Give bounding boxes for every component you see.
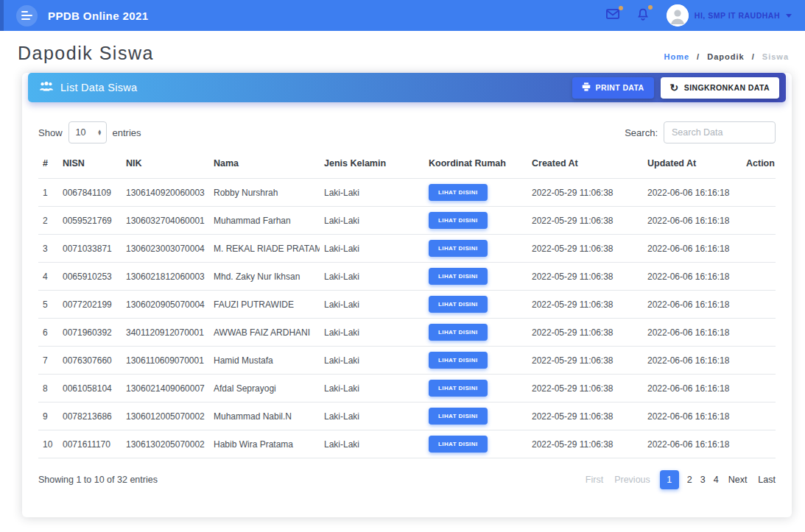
col-updated-at: Updated At [643, 154, 742, 179]
lihat-disini-button[interactable]: LIHAT DISINI [429, 212, 488, 229]
avatar [667, 4, 689, 26]
table-row: 900782136861306012005070002Muhammad Nabi… [38, 402, 776, 430]
lihat-disini-button[interactable]: LIHAT DISINI [429, 380, 488, 397]
table-row: 700763076601306110609070001Hamid Mustafa… [38, 347, 776, 375]
list-data-siswa-card: List Data Siswa PRINT DATA ↻ SINGKRONKAN… [22, 73, 792, 517]
col-jenis-kelamin: Jenis Kelamin [320, 154, 424, 179]
pagination-page-4[interactable]: 4 [714, 475, 719, 485]
lihat-disini-button[interactable]: LIHAT DISINI [429, 352, 488, 369]
lihat-disini-button[interactable]: LIHAT DISINI [429, 268, 488, 285]
breadcrumb-separator: / [697, 52, 700, 61]
sync-data-button[interactable]: ↻ SINGKRONKAN DATA [661, 77, 779, 99]
pagination-previous[interactable]: Previous [614, 475, 650, 485]
print-data-button[interactable]: PRINT DATA [572, 77, 654, 99]
message-notification-dot [619, 6, 623, 10]
search-input[interactable] [664, 121, 776, 143]
lihat-disini-button[interactable]: LIHAT DISINI [429, 408, 488, 425]
table-row: 800610581041306021409060007Afdal Seprayo… [38, 375, 776, 402]
page-title: Dapodik Siswa [18, 43, 154, 64]
breadcrumb: Home / Dapodik / Siswa [664, 52, 789, 61]
menu-toggle-icon[interactable] [16, 5, 38, 26]
bell-notification-dot [648, 5, 653, 10]
col-nik: NIK [122, 154, 209, 179]
entries-label: entries [113, 127, 141, 138]
user-menu[interactable]: HI, SMP IT RAUDHAH [667, 4, 792, 26]
pagination-next[interactable]: Next [728, 475, 748, 485]
breadcrumb-separator: / [752, 52, 755, 61]
breadcrumb-current: Siswa [762, 52, 789, 61]
app-brand: PPDB Online 2021 [48, 10, 148, 22]
pagination-page-2[interactable]: 2 [687, 475, 692, 485]
col-koordinat-rumah: Koordinat Rumah [424, 154, 527, 179]
printer-icon [582, 82, 591, 93]
notifications-button[interactable] [637, 8, 649, 24]
table-row: 400659102531306021812060003Mhd. Zaky Nur… [38, 263, 776, 291]
table-row: 100678411091306140920060003Robby Nurshra… [38, 179, 776, 207]
search-label: Search: [625, 127, 658, 138]
pagination-page-1[interactable]: 1 [660, 470, 679, 489]
messages-button[interactable] [606, 9, 619, 22]
col-action: Action [742, 154, 776, 179]
table-row: 300710338711306023003070004M. REKAL RIAD… [38, 235, 776, 263]
pagination: First Previous 1 2 3 4 Next Last [586, 470, 776, 489]
col-created-at: Created At [527, 154, 643, 179]
breadcrumb-dapodik[interactable]: Dapodik [707, 52, 744, 61]
pagination-page-3[interactable]: 3 [700, 475, 706, 485]
pagination-last[interactable]: Last [758, 475, 776, 485]
col-nama: Nama [209, 154, 320, 179]
table-row: 200595217691306032704060001Muhammad Farh… [38, 207, 776, 235]
show-label: Show [38, 127, 63, 138]
entries-summary: Showing 1 to 10 of 32 entries [38, 475, 158, 485]
bell-icon [637, 8, 649, 24]
top-navbar: PPDB Online 2021 [0, 0, 805, 31]
col-nisn: NISN [58, 154, 122, 179]
breadcrumb-home[interactable]: Home [664, 52, 689, 61]
sync-icon: ↻ [670, 82, 679, 93]
table-row: 500772021991306020905070004FAUZI PUTRAWI… [38, 291, 776, 319]
envelope-icon [606, 9, 619, 22]
lihat-disini-button[interactable]: LIHAT DISINI [429, 184, 488, 201]
user-greeting: HI, SMP IT RAUDHAH [695, 11, 780, 20]
table-row: 600719603923401120912070001AWWAB FAIZ AR… [38, 319, 776, 347]
lihat-disini-button[interactable]: LIHAT DISINI [429, 240, 488, 257]
page-size-select[interactable]: 10 [68, 121, 107, 143]
users-icon [39, 81, 54, 94]
lihat-disini-button[interactable]: LIHAT DISINI [429, 436, 488, 453]
card-header: List Data Siswa PRINT DATA ↻ SINGKRONKAN… [28, 73, 786, 102]
card-title: List Data Siswa [60, 82, 137, 93]
pagination-first[interactable]: First [586, 475, 603, 485]
lihat-disini-button[interactable]: LIHAT DISINI [429, 324, 488, 341]
siswa-table: # NISN NIK Nama Jenis Kelamin Koordinat … [38, 154, 776, 458]
chevron-down-icon [786, 14, 792, 18]
col-no: # [38, 154, 58, 179]
table-row: 1000716111701306130205070002Habib Wira P… [38, 430, 776, 458]
lihat-disini-button[interactable]: LIHAT DISINI [429, 296, 488, 313]
table-header-row: # NISN NIK Nama Jenis Kelamin Koordinat … [38, 154, 776, 179]
